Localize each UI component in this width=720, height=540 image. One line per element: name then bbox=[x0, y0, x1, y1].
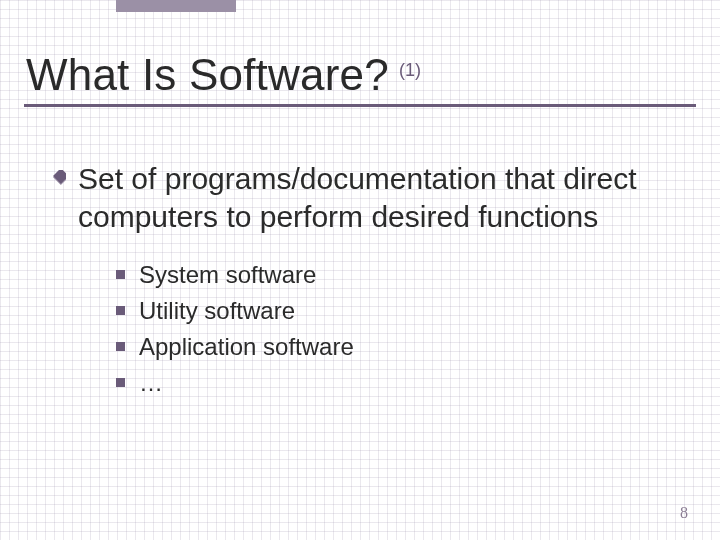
page-number: 8 bbox=[680, 504, 688, 522]
list-item: System software bbox=[116, 261, 660, 289]
square-bullet-icon bbox=[116, 270, 125, 279]
title-underline: What Is Software? (1) bbox=[24, 50, 696, 107]
sub-bullet-list: System software Utility software Applica… bbox=[116, 261, 660, 397]
title-area: What Is Software? (1) bbox=[24, 50, 696, 107]
slide-body: Set of programs/documentation that direc… bbox=[50, 160, 660, 405]
slide: What Is Software? (1) Set of programs/do… bbox=[0, 0, 720, 540]
sub-bullet-text: … bbox=[139, 369, 163, 397]
sub-bullet-text: System software bbox=[139, 261, 316, 289]
bullet-level1-text: Set of programs/documentation that direc… bbox=[78, 160, 660, 237]
list-item: … bbox=[116, 369, 660, 397]
list-item: Application software bbox=[116, 333, 660, 361]
square-bullet-icon bbox=[116, 306, 125, 315]
diamond-bullet-icon bbox=[50, 170, 66, 186]
sub-bullet-text: Utility software bbox=[139, 297, 295, 325]
slide-title: What Is Software? bbox=[26, 50, 389, 100]
sub-bullet-text: Application software bbox=[139, 333, 354, 361]
top-accent-bar bbox=[116, 0, 236, 12]
slide-title-suffix: (1) bbox=[399, 60, 421, 81]
square-bullet-icon bbox=[116, 378, 125, 387]
bullet-level1: Set of programs/documentation that direc… bbox=[50, 160, 660, 237]
list-item: Utility software bbox=[116, 297, 660, 325]
square-bullet-icon bbox=[116, 342, 125, 351]
